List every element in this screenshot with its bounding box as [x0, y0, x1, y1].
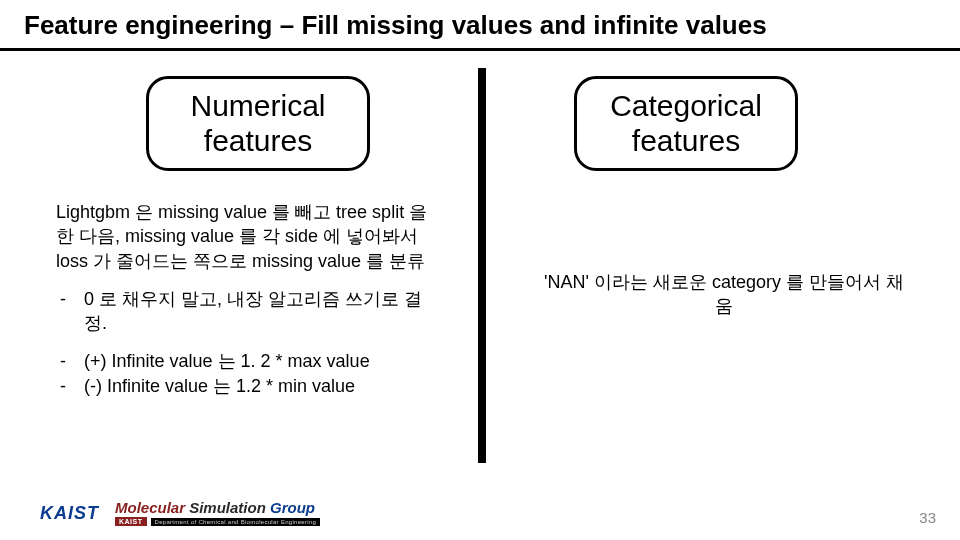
msg-word-simulation: Simulation — [189, 499, 270, 516]
numerical-body: Lightgbm 은 missing value 를 빼고 tree split… — [56, 200, 436, 412]
msg-logo: Molecular Simulation Group KAIST Departm… — [115, 500, 320, 526]
card-numerical: Numerical features — [146, 76, 370, 171]
msg-badge: KAIST — [115, 517, 147, 526]
bullet-neg-infinite: (-) Infinite value 는 1.2 * min value — [56, 374, 436, 398]
numerical-bullets: 0 로 채우지 말고, 내장 알고리즘 쓰기로 결정. (+) Infinite… — [56, 287, 436, 398]
categorical-body: 'NAN' 이라는 새로운 category 를 만들어서 채움 — [540, 270, 908, 319]
page-number: 33 — [919, 509, 936, 526]
title-underline — [0, 48, 960, 51]
card-categorical: Categorical features — [574, 76, 798, 171]
msg-dept: Department of Chemical and Biomolecular … — [151, 518, 321, 526]
numerical-paragraph: Lightgbm 은 missing value 를 빼고 tree split… — [56, 200, 436, 273]
slide: Feature engineering – Fill missing value… — [0, 0, 960, 540]
vertical-divider — [478, 68, 486, 463]
bullet-pos-infinite: (+) Infinite value 는 1. 2 * max value — [56, 349, 436, 373]
kaist-logo: KAIST — [40, 503, 99, 524]
bullet-zero-fill: 0 로 채우지 말고, 내장 알고리즘 쓰기로 결정. — [56, 287, 436, 336]
slide-title: Feature engineering – Fill missing value… — [24, 10, 767, 41]
msg-title: Molecular Simulation Group — [115, 500, 320, 515]
categorical-paragraph: 'NAN' 이라는 새로운 category 를 만들어서 채움 — [540, 270, 908, 319]
msg-subline: KAIST Department of Chemical and Biomole… — [115, 517, 320, 526]
footer: KAIST Molecular Simulation Group KAIST D… — [40, 500, 320, 526]
msg-word-molecular: Molecular — [115, 499, 189, 516]
msg-word-group: Group — [270, 499, 315, 516]
